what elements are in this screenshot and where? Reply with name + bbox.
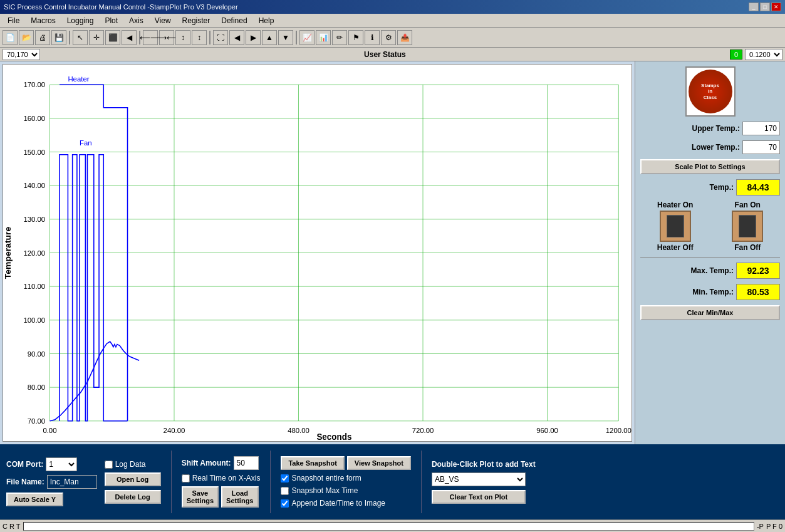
menu-logging[interactable]: Logging: [62, 15, 99, 26]
snapshot-maxtime-label: Snapshot Max Time: [291, 486, 358, 495]
append-date-label: Append Date/Time to Image: [291, 499, 385, 508]
toolbar-info[interactable]: ℹ: [365, 30, 380, 45]
user-status-label: User Status: [43, 50, 727, 59]
com-port-select[interactable]: 1: [46, 457, 77, 471]
toolbar-flag[interactable]: ⚑: [348, 30, 363, 45]
toolbar-back[interactable]: ◀: [122, 30, 137, 45]
svg-text:100.00: 100.00: [23, 316, 45, 324]
realtime-label: Real Time on X-Axis: [192, 474, 261, 482]
append-date-row: Append Date/Time to Image: [281, 499, 410, 508]
open-log-btn[interactable]: Open Log: [105, 472, 161, 486]
lower-temp-input[interactable]: [742, 140, 780, 154]
auto-scale-btn[interactable]: Auto Scale Y: [6, 493, 63, 506]
menu-macros[interactable]: Macros: [26, 15, 60, 26]
log-data-label: Log Data: [115, 460, 146, 469]
svg-text:90.00: 90.00: [28, 350, 45, 358]
toolbar-zoom-v-out[interactable]: ↕: [175, 30, 190, 45]
close-btn[interactable]: ✕: [771, 3, 781, 11]
menu-file[interactable]: File: [3, 15, 24, 26]
toolbar-cursor[interactable]: ↖: [73, 30, 88, 45]
view-snapshot-btn[interactable]: View Snapshot: [347, 456, 411, 470]
toolbar-pan-d[interactable]: ▼: [278, 30, 293, 45]
rate-dropdown[interactable]: 0.1200: [745, 49, 782, 60]
clear-text-btn[interactable]: Clear Text on Plot: [432, 490, 526, 504]
menu-register[interactable]: Register: [177, 15, 216, 26]
toolbar-crosshair[interactable]: ✛: [89, 30, 104, 45]
toolbar-marker[interactable]: ✏: [332, 30, 347, 45]
toolbar-chart2[interactable]: 📊: [316, 30, 331, 45]
svg-text:150.00: 150.00: [23, 149, 45, 156]
com-row: COM Port: 1: [6, 457, 97, 471]
toolbar-full[interactable]: ⛶: [213, 30, 228, 45]
heater-off-label: Heater Off: [657, 243, 694, 252]
shift-amount-input[interactable]: [234, 456, 259, 470]
snapshot-entire-label: Snapshot entire form: [291, 474, 361, 482]
toolbar-pan-u[interactable]: ▲: [262, 30, 277, 45]
shift-section: Shift Amount: Real Time on X-Axis SaveSe…: [182, 456, 261, 508]
menu-view[interactable]: View: [150, 15, 176, 26]
toolbar-print[interactable]: 🖨: [35, 30, 50, 45]
lower-temp-row: Lower Temp.:: [640, 140, 780, 154]
temp-row: Temp.: 84.43: [640, 179, 780, 196]
menu-axis[interactable]: Axis: [124, 15, 148, 26]
heater-fan-on-row: Heater On Heater Off Fan On Fan Off: [640, 201, 780, 252]
delete-log-btn[interactable]: Delete Log: [105, 490, 161, 504]
toolbar-chart1[interactable]: 📈: [299, 30, 315, 45]
file-name-label: File Name:: [6, 477, 44, 486]
coord-dropdown[interactable]: 70,170: [3, 49, 40, 60]
clear-minmax-btn[interactable]: Clear Min/Max: [640, 305, 780, 320]
app-title: SIC Process Control Incubator Manual Con…: [4, 3, 238, 11]
svg-text:120.00: 120.00: [23, 249, 45, 257]
svg-text:480.00: 480.00: [288, 427, 309, 434]
svg-text:1200.00: 1200.00: [606, 427, 632, 434]
toolbar-zoom-h-in[interactable]: ⟶⟵: [159, 30, 174, 45]
svg-text:110.00: 110.00: [23, 283, 45, 290]
toolbar-stop[interactable]: ⬛: [105, 30, 120, 45]
toolbar-zoom-v-in[interactable]: ↕: [192, 30, 207, 45]
svg-text:0.00: 0.00: [43, 427, 56, 434]
load-settings-btn[interactable]: LoadSettings: [221, 486, 258, 508]
snapshot-entire-checkbox[interactable]: [281, 474, 289, 482]
toolbar-new[interactable]: 📄: [3, 30, 18, 45]
upper-temp-input[interactable]: [742, 122, 780, 135]
fan-on-label: Fan On: [735, 201, 761, 209]
save-settings-btn[interactable]: SaveSettings: [182, 486, 219, 508]
temp-label: Temp.:: [640, 183, 734, 192]
toolbar-pan-l[interactable]: ◀: [229, 30, 244, 45]
text-dropdown[interactable]: AB_VS: [432, 472, 526, 486]
plot-area[interactable]: 170.00 160.00 150.00 140.00 130.00 120.0…: [3, 64, 632, 442]
double-click-label: Double-Click Plot to add Text: [432, 460, 536, 469]
heater-col: Heater On Heater Off: [657, 201, 694, 252]
toolbar-open[interactable]: 📂: [19, 30, 34, 45]
snapshot-maxtime-checkbox[interactable]: [281, 487, 289, 495]
svg-text:140.00: 140.00: [23, 182, 45, 189]
text-section: Double-Click Plot to add Text AB_VS Clea…: [432, 460, 536, 504]
menu-defined[interactable]: Defined: [216, 15, 252, 26]
file-name-input[interactable]: [47, 475, 97, 489]
right-panel: StampsinClass Upper Temp.: Lower Temp.: …: [635, 61, 785, 444]
take-snapshot-btn[interactable]: Take Snapshot: [281, 456, 344, 470]
min-temp-display: 80.53: [736, 284, 780, 300]
heater-icon[interactable]: [660, 211, 691, 242]
realtime-checkbox[interactable]: [182, 474, 190, 482]
toolbar-settings[interactable]: ⚙: [381, 30, 396, 45]
snapshot-entire-row: Snapshot entire form: [281, 474, 410, 482]
status-green-value: 0: [730, 50, 742, 60]
menu-help[interactable]: Help: [254, 15, 279, 26]
status-bottom-right: P F 0: [766, 523, 782, 530]
scale-plot-btn[interactable]: Scale Plot to Settings: [640, 159, 780, 174]
toolbar-export[interactable]: 📤: [397, 30, 412, 45]
append-date-checkbox[interactable]: [281, 499, 289, 508]
maximize-btn[interactable]: □: [760, 3, 770, 11]
log-data-checkbox[interactable]: [105, 461, 113, 469]
status-progress: [23, 522, 754, 531]
menu-plot[interactable]: Plot: [100, 15, 123, 26]
svg-text:130.00: 130.00: [23, 216, 45, 223]
minimize-btn[interactable]: _: [749, 3, 759, 11]
svg-text:Seconds: Seconds: [316, 432, 351, 441]
fan-icon[interactable]: [732, 211, 763, 242]
toolbar-save[interactable]: 💾: [51, 30, 66, 45]
toolbar-pan-r[interactable]: ▶: [246, 30, 261, 45]
svg-text:70.00: 70.00: [28, 417, 45, 425]
min-temp-label: Min. Temp.:: [640, 288, 734, 296]
